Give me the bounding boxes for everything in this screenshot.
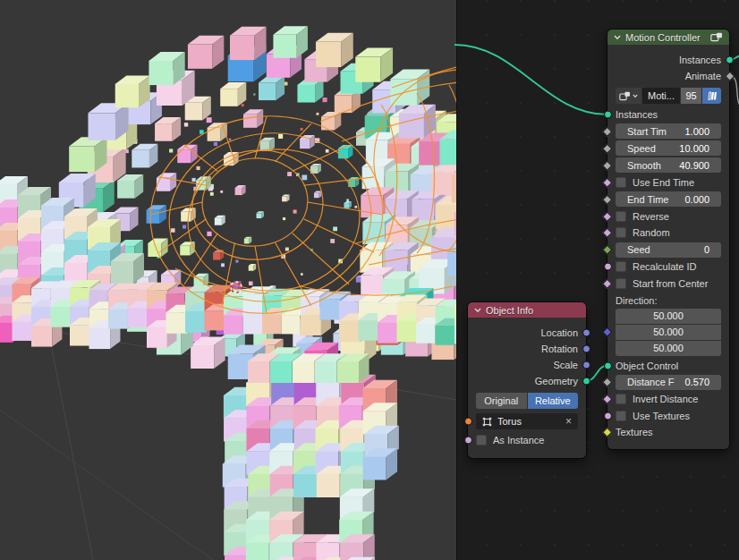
row-output-scale: Scale [476,358,578,372]
socket-object-control-input[interactable] [604,361,612,369]
collapse-chevron-icon[interactable] [614,35,621,40]
row-input-instances: Instances [616,107,721,122]
checkbox-label: Random [633,227,670,238]
datablock-name-field[interactable]: Moti... [642,88,680,104]
chevron-down-icon [633,94,638,98]
checkbox-label: Reverse [633,211,669,222]
row-output-rotation: Rotation [476,342,578,356]
field-label: Seed [627,244,650,255]
checkbox-label: Recalculate ID [633,261,697,272]
row-input-textures: Textures [616,425,721,439]
relative-button[interactable]: Relative [528,393,579,409]
collapse-chevron-icon[interactable] [474,308,481,313]
checkbox[interactable] [616,177,626,188]
output-label: Instances [679,55,721,65]
socket-scale-output[interactable] [582,361,590,369]
socket-geometry-output[interactable] [582,378,590,386]
checkbox-label: Use End Time [633,177,694,188]
row-output-animate: Animate [616,69,721,83]
checkbox-use-textures[interactable]: Use Textures [616,409,721,423]
direction-z-field[interactable]: 50.000 [616,341,721,356]
direction-x-field[interactable]: 50.000 [616,309,721,324]
mesh-object-icon [482,417,492,427]
checkbox-use-end-time[interactable]: Use End Time [616,175,721,190]
socket-instances-input[interactable] [604,111,612,119]
field-value: 0.570 [684,377,709,387]
checkbox-label: Invert Distance [633,394,698,404]
field-label: Smooth [627,160,661,171]
transform-space-toggle: Original Relative [476,393,578,409]
checkbox-label: As Instance [493,435,544,445]
node-group-icon [710,32,723,42]
checkbox[interactable] [616,278,626,289]
output-label: Location [540,327,578,338]
checkbox[interactable] [616,261,626,272]
blender-window: Motion Controller Instances Animate [0,0,739,560]
field-start-time[interactable]: Start Tim1.000 [616,123,721,139]
socket-object-input[interactable] [464,418,472,426]
field-speed[interactable]: Speed10.000 [616,140,721,156]
direction-y-field[interactable]: 50.000 [616,325,721,340]
row-input-object-control: Object Control [616,359,721,373]
checkbox-random[interactable]: Random [616,225,721,240]
direction-section-label: Direction: [616,294,721,307]
datablock-users-count[interactable]: 95 [681,88,701,104]
field-value: 10.000 [679,143,709,154]
output-label: Rotation [541,344,578,354]
socket-recalculate-id-input[interactable] [604,263,612,271]
checkbox[interactable] [476,435,487,445]
node-header-object-info[interactable]: Object Info [468,302,586,318]
socket-as-instance-input[interactable] [464,437,472,445]
checkbox-recalculate-id[interactable]: Recalculate ID [616,259,721,274]
input-label: Object Control [616,361,678,371]
checkbox-reverse[interactable]: Reverse [616,209,721,224]
field-end-time[interactable]: End Time0.000 [616,191,721,207]
checkbox-label: Use Textures [633,411,690,421]
field-value: 40.900 [679,160,709,171]
direction-vector-field[interactable]: 50.000 50.000 50.000 [616,309,721,356]
datablock-browse-button[interactable] [616,88,641,104]
checkbox-label: Start from Center [633,278,708,289]
field-value: 0.000 [684,194,709,205]
output-label: Geometry [535,376,578,386]
socket-location-output[interactable] [582,329,590,337]
fake-user-icon [707,90,718,101]
object-selector-field[interactable]: Torus × [476,413,578,429]
node-title: Object Info [486,305,533,316]
fake-user-button[interactable] [702,88,721,104]
checkbox-start-from-center[interactable]: Start from Center [616,276,721,291]
field-value: 1.000 [684,126,709,137]
row-output-geometry: Geometry [476,374,578,388]
original-button[interactable]: Original [476,393,527,409]
input-label: Textures [616,427,653,437]
field-smooth[interactable]: Smooth40.900 [616,157,721,173]
output-label: Animate [685,71,721,81]
field-seed[interactable]: Seed0 [616,242,721,258]
socket-use-textures-input[interactable] [604,412,612,420]
checkbox[interactable] [616,211,626,222]
row-output-location: Location [476,326,578,340]
datablock-selector: Moti... 95 [616,88,721,104]
node-title: Motion Controller [625,32,701,43]
socket-instances-output[interactable] [726,56,734,64]
checkbox[interactable] [616,227,626,238]
field-value: 0 [704,244,709,255]
socket-rotation-output[interactable] [582,345,590,353]
field-label: Start Tim [627,126,667,137]
node-motion-controller[interactable]: Motion Controller Instances Animate [607,30,729,449]
clear-object-button[interactable]: × [565,416,572,427]
node-object-info[interactable]: Object Info Location Rotation Scale Geom… [468,302,586,458]
output-label: Scale [553,360,578,370]
checkbox-as-instance[interactable]: As Instance [476,433,578,447]
input-label: Instances [616,109,658,120]
checkbox-invert-distance[interactable]: Invert Distance [616,392,721,406]
viewport-3d[interactable] [0,0,456,560]
field-distance[interactable]: Distance F0.570 [616,375,721,390]
field-label: Distance F [627,377,675,387]
node-group-icon [619,91,631,101]
object-name: Torus [497,416,560,427]
checkbox[interactable] [616,394,626,404]
node-header-motion-controller[interactable]: Motion Controller [607,30,729,45]
field-label: Speed [627,143,656,154]
checkbox[interactable] [616,411,626,421]
